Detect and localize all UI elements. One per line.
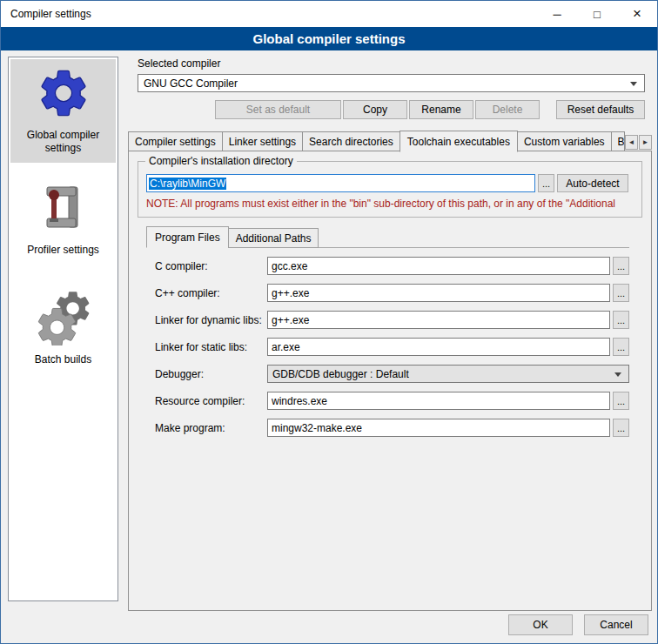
form-row-cpp-compiler: C++ compiler: ... xyxy=(146,284,629,302)
delete-button[interactable]: Delete xyxy=(475,100,540,119)
tab-custom-variables[interactable]: Custom variables xyxy=(517,131,612,151)
maximize-icon: □ xyxy=(594,8,601,21)
compiler-combobox-value: GNU GCC Compiler xyxy=(144,77,238,90)
static-linker-input[interactable] xyxy=(267,338,610,356)
arrow-right-icon: ► xyxy=(642,138,649,146)
field-label: Linker for dynamic libs: xyxy=(146,314,267,326)
rename-button[interactable]: Rename xyxy=(409,100,473,119)
ok-button[interactable]: OK xyxy=(508,614,573,635)
make-program-browse-button[interactable]: ... xyxy=(613,419,629,437)
compiler-buttons-row: Set as default Copy Rename Delete Reset … xyxy=(138,100,645,119)
install-dir-browse-button[interactable]: ... xyxy=(538,174,554,192)
compiler-combobox[interactable]: GNU GCC Compiler xyxy=(138,74,645,92)
field-label: C++ compiler: xyxy=(146,287,267,299)
settings-tabstrip: Compiler settings Linker settings Search… xyxy=(128,131,652,151)
c-compiler-browse-button[interactable]: ... xyxy=(613,257,629,275)
copy-button[interactable]: Copy xyxy=(343,100,407,119)
form-row-c-compiler: C compiler: ... xyxy=(146,257,629,275)
install-dir-selected-text: C:\raylib\MinGW xyxy=(149,178,226,190)
page-title: Global compiler settings xyxy=(1,27,657,50)
subtab-additional-paths[interactable]: Additional Paths xyxy=(228,228,319,248)
static-linker-browse-button[interactable]: ... xyxy=(613,338,629,356)
field-label: Resource compiler: xyxy=(146,395,267,407)
compiler-settings-window: Compiler settings ─ □ × Global compiler … xyxy=(0,0,658,644)
form-row-make-program: Make program: ... xyxy=(146,419,629,437)
cpp-compiler-input[interactable] xyxy=(267,284,610,302)
sidebar-item-batch-builds[interactable]: Batch builds xyxy=(10,284,116,374)
tab-scroll-left-button[interactable]: ◄ xyxy=(625,135,638,150)
titlebar: Compiler settings ─ □ × xyxy=(1,1,657,27)
close-button[interactable]: × xyxy=(617,1,657,27)
dynamic-linker-input[interactable] xyxy=(267,311,610,329)
program-files-form: C compiler: ... C++ compiler: ... Linker… xyxy=(146,257,629,437)
bin-subdirectory-note: NOTE: All programs must exist either in … xyxy=(146,198,628,210)
sidebar-item-label: Global compiler settings xyxy=(12,129,114,155)
installation-directory-row: C:\raylib\MinGW ... Auto-detect xyxy=(146,174,628,192)
sidebar-item-global-compiler-settings[interactable]: Global compiler settings xyxy=(10,59,116,163)
set-as-default-button[interactable]: Set as default xyxy=(215,100,341,119)
minimize-icon: ─ xyxy=(553,8,561,21)
maximize-button[interactable]: □ xyxy=(577,1,617,27)
chevron-down-icon xyxy=(630,82,637,86)
field-label: C compiler: xyxy=(146,260,267,272)
clamp-icon xyxy=(36,180,91,236)
tab-compiler-settings[interactable]: Compiler settings xyxy=(128,131,223,151)
sidebar-item-profiler-settings[interactable]: Profiler settings xyxy=(10,174,116,265)
dynamic-linker-browse-button[interactable]: ... xyxy=(613,311,629,329)
tab-scroll-arrows: ◄ ► xyxy=(625,135,652,150)
subtab-program-files[interactable]: Program Files xyxy=(146,226,229,248)
gear-blue-icon xyxy=(36,65,91,121)
dialog-body: Global compiler settings Profiler settin… xyxy=(1,50,657,643)
gears-gray-icon xyxy=(36,290,91,345)
main-content: Selected compiler GNU GCC Compiler Set a… xyxy=(128,50,652,611)
auto-detect-button[interactable]: Auto-detect xyxy=(557,174,628,192)
make-program-input[interactable] xyxy=(267,419,610,437)
tab-toolchain-executables[interactable]: Toolchain executables xyxy=(400,131,518,152)
resource-compiler-input[interactable] xyxy=(267,392,610,410)
cpp-compiler-browse-button[interactable]: ... xyxy=(613,284,629,302)
form-row-resource-compiler: Resource compiler: ... xyxy=(146,392,629,410)
reset-defaults-button[interactable]: Reset defaults xyxy=(556,100,645,119)
programs-subtabstrip: Program Files Additional Paths xyxy=(146,226,629,248)
settings-category-list: Global compiler settings Profiler settin… xyxy=(8,57,118,601)
form-row-dynamic-linker: Linker for dynamic libs: ... xyxy=(146,311,629,329)
cancel-button[interactable]: Cancel xyxy=(584,614,648,635)
window-controls: ─ □ × xyxy=(537,1,657,27)
installation-directory-group-title: Compiler's installation directory xyxy=(145,155,297,167)
selected-compiler-label: Selected compiler xyxy=(138,57,652,70)
install-dir-input[interactable]: C:\raylib\MinGW xyxy=(146,174,535,192)
debugger-select[interactable]: GDB/CDB debugger : Default xyxy=(267,365,629,383)
arrow-left-icon: ◄ xyxy=(628,138,635,146)
chevron-down-icon xyxy=(614,372,621,377)
c-compiler-input[interactable] xyxy=(267,257,610,275)
sidebar-item-label: Batch builds xyxy=(35,353,91,366)
tab-search-directories[interactable]: Search directories xyxy=(302,131,400,151)
toolchain-executables-panel: Compiler's installation directory C:\ray… xyxy=(128,151,652,611)
minimize-button[interactable]: ─ xyxy=(537,1,577,27)
tab-build-options[interactable]: Buil xyxy=(611,131,625,151)
form-row-static-linker: Linker for static libs: ... xyxy=(146,338,629,356)
close-icon: × xyxy=(633,5,641,23)
field-label: Make program: xyxy=(146,422,267,434)
tab-scroll-right-button[interactable]: ► xyxy=(639,135,652,150)
window-title: Compiler settings xyxy=(1,8,91,20)
form-row-debugger: Debugger: GDB/CDB debugger : Default xyxy=(146,365,629,383)
sidebar-item-label: Profiler settings xyxy=(27,244,99,257)
field-label: Linker for static libs: xyxy=(146,341,267,353)
resource-compiler-browse-button[interactable]: ... xyxy=(613,392,629,410)
debugger-select-value: GDB/CDB debugger : Default xyxy=(272,368,409,380)
installation-directory-group: Compiler's installation directory C:\ray… xyxy=(138,161,642,218)
field-label: Debugger: xyxy=(146,368,267,380)
tab-linker-settings[interactable]: Linker settings xyxy=(222,131,303,151)
